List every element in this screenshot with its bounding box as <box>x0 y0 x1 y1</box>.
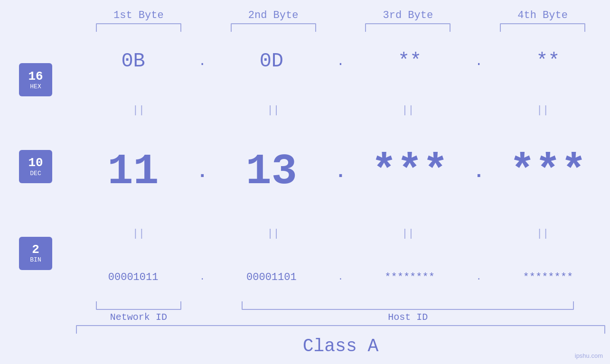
values-grid: 0B . 0D . ** . ** || || || || <box>71 32 610 301</box>
badge-bin-num: 2 <box>32 243 39 257</box>
byte-header-3: 3rd Byte <box>341 9 476 21</box>
bracket-top-4 <box>475 23 610 32</box>
bin-val-2: 00001101 <box>246 271 297 283</box>
brackets-bottom <box>71 301 610 310</box>
eq-1-3: || <box>341 104 476 116</box>
eq-2-4: || <box>475 228 610 240</box>
dec-byte-1: 11 <box>71 148 195 196</box>
byte-header-4: 4th Byte <box>475 9 610 21</box>
bin-byte-4: ******** <box>486 271 610 283</box>
bracket-bottom-host <box>206 301 610 310</box>
hex-val-1: 0B <box>121 50 145 73</box>
bin-row: 00001011 . 00001101 . ******** . *******… <box>71 271 610 283</box>
eq-1-1: || <box>71 104 206 116</box>
network-id-label: Network ID <box>71 312 206 323</box>
class-label: Class A <box>71 334 610 360</box>
bracket-top-1 <box>71 23 206 32</box>
dec-byte-4: *** <box>486 148 610 196</box>
dec-row: 11 . 13 . *** . *** <box>71 148 610 196</box>
bracket-bottom-network <box>71 301 206 310</box>
class-bracket-line <box>76 325 605 334</box>
hex-val-4: ** <box>536 50 560 73</box>
id-labels: Network ID Host ID <box>71 312 610 323</box>
content-area: 16 HEX 10 DEC 2 BIN 0B . 0D <box>0 32 610 301</box>
badge-dec: 10 DEC <box>19 150 52 183</box>
brackets-top <box>0 23 610 32</box>
byte-header-1: 1st Byte <box>71 9 206 21</box>
bin-dot-1: . <box>195 272 209 282</box>
bracket-top-2 <box>206 23 341 32</box>
bin-dot-3: . <box>472 272 486 282</box>
eq-2-3: || <box>341 228 476 240</box>
eq-1-4: || <box>475 104 610 116</box>
dec-val-1: 11 <box>108 148 159 196</box>
dec-val-2: 13 <box>246 148 297 196</box>
badge-dec-num: 10 <box>28 156 43 170</box>
eq-2-1: || <box>71 228 206 240</box>
eq-1-2: || <box>206 104 341 116</box>
main-container: 1st Byte 2nd Byte 3rd Byte 4th Byte 16 H… <box>0 0 610 364</box>
hex-byte-1: 0B <box>71 50 195 73</box>
badges-column: 16 HEX 10 DEC 2 BIN <box>0 32 71 301</box>
hex-val-3: ** <box>398 50 422 73</box>
hex-row: 0B . 0D . ** . ** <box>71 50 610 73</box>
hex-dot-2: . <box>334 54 348 69</box>
host-id-label: Host ID <box>206 312 610 323</box>
bracket-top-3 <box>341 23 476 32</box>
hex-dot-3: . <box>472 54 486 69</box>
eq-2-2: || <box>206 228 341 240</box>
badge-dec-label: DEC <box>30 170 41 177</box>
dec-byte-3: *** <box>348 148 472 196</box>
badge-bin-label: BIN <box>30 256 41 263</box>
bin-byte-2: 00001101 <box>209 271 333 283</box>
badge-hex-label: HEX <box>30 83 41 90</box>
bin-dot-2: . <box>334 272 348 282</box>
watermark: ipshu.com <box>575 352 603 359</box>
badge-hex: 16 HEX <box>19 63 52 96</box>
byte-header-2: 2nd Byte <box>206 9 341 21</box>
dec-dot-2: . <box>334 161 348 183</box>
class-bar: Class A <box>0 325 610 360</box>
hex-byte-2: 0D <box>209 50 333 73</box>
dec-val-4: *** <box>509 148 586 196</box>
bin-val-1: 00001011 <box>108 271 159 283</box>
hex-byte-4: ** <box>486 50 610 73</box>
dec-dot-3: . <box>472 161 486 183</box>
equals-row-1: || || || || <box>71 104 610 116</box>
equals-row-2: || || || || <box>71 228 610 240</box>
hex-val-2: 0D <box>260 50 283 73</box>
bin-val-4: ******** <box>523 271 573 283</box>
bottom-section: Network ID Host ID <box>0 301 610 323</box>
bin-byte-1: 00001011 <box>71 271 195 283</box>
hex-byte-3: ** <box>348 50 472 73</box>
hex-dot-1: . <box>195 54 209 69</box>
badge-hex-num: 16 <box>28 70 43 84</box>
dec-dot-1: . <box>195 161 209 183</box>
dec-byte-2: 13 <box>209 148 333 196</box>
bin-byte-3: ******** <box>348 271 472 283</box>
byte-headers: 1st Byte 2nd Byte 3rd Byte 4th Byte <box>0 9 610 21</box>
bin-val-3: ******** <box>385 271 435 283</box>
badge-bin: 2 BIN <box>19 237 52 270</box>
dec-val-3: *** <box>371 148 448 196</box>
